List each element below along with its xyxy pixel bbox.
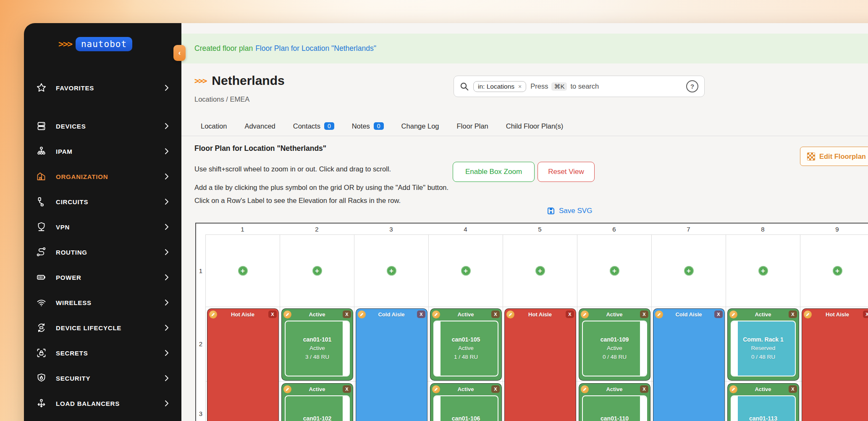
add-tile-button[interactable]: + (684, 266, 694, 276)
add-tile-button[interactable]: + (758, 266, 768, 276)
delete-tile-button[interactable]: X (566, 310, 574, 318)
sidebar-item-devices[interactable]: DEVICES (24, 113, 181, 139)
delete-tile-button[interactable]: X (343, 310, 351, 318)
banner-floorplan-link[interactable]: Floor Plan for Location "Netherlands" (255, 44, 376, 53)
delete-tile-button[interactable]: X (343, 385, 351, 393)
sidebar-item-secrets[interactable]: SECRETS (24, 340, 181, 366)
rack-utilization: 3 / 48 RU (303, 353, 332, 362)
add-tile-button[interactable]: + (312, 266, 322, 276)
rack-card[interactable]: can01-106Active (433, 395, 498, 421)
delete-tile-button[interactable]: X (789, 310, 797, 318)
sidebar-item-favorites[interactable]: FAVORITES (24, 75, 181, 100)
tile-rack-r2c4[interactable]: ActiveXcan01-105Active1 / 48 RU (430, 308, 502, 381)
edit-tile-icon[interactable] (581, 310, 589, 318)
tile-title: Hot Aisle (516, 311, 564, 318)
edit-tile-icon[interactable] (283, 385, 291, 393)
delete-tile-button[interactable]: X (491, 310, 500, 318)
help-icon[interactable]: ? (686, 80, 698, 92)
tile-rack-r2c6[interactable]: ActiveXcan01-109Active0 / 48 RU (579, 308, 650, 381)
chip-close-icon[interactable]: × (518, 83, 522, 90)
enable-box-zoom-button[interactable]: Enable Box Zoom (453, 162, 535, 182)
rack-orientation-stripe (732, 321, 738, 376)
sidebar-item-label: ROUTING (56, 249, 165, 256)
tile-rack-r3c6[interactable]: ActiveXcan01-110Active (579, 383, 650, 421)
add-tile-button[interactable]: + (833, 266, 842, 276)
delete-tile-button[interactable]: X (640, 385, 648, 393)
tile-aisle-r2c1[interactable]: Hot AisleX (207, 308, 279, 421)
tab-contacts[interactable]: Contacts0 (293, 122, 334, 130)
sidebar-item-vpn[interactable]: VPN (24, 214, 181, 239)
tile-rack-r3c2[interactable]: ActiveXcan01-102Active (281, 383, 353, 421)
tile-aisle-r2c5[interactable]: Hot AisleX (504, 308, 576, 421)
tab-child-floor-plan-s-[interactable]: Child Floor Plan(s) (506, 122, 564, 130)
sidebar-item-ipam[interactable]: IPAM (24, 139, 181, 164)
edit-tile-icon[interactable] (432, 385, 440, 393)
tile-rack-r3c8[interactable]: ActiveXcan01-113Active (727, 383, 799, 421)
tile-rack-r2c8[interactable]: ActiveXComm. Rack 1Reserved0 / 48 RU (727, 308, 799, 381)
rack-card[interactable]: can01-110Active (582, 395, 647, 421)
edit-tile-icon[interactable] (581, 385, 589, 393)
grid-row-label-1[interactable]: 1 (196, 266, 205, 275)
delete-tile-button[interactable]: X (789, 385, 797, 393)
tile-title: Active (293, 386, 341, 392)
tab-notes[interactable]: Notes0 (352, 122, 384, 130)
rack-card[interactable]: can01-102Active (285, 395, 350, 421)
breadcrumb[interactable]: Locations / EMEA (194, 95, 249, 103)
tile-aisle-r2c3[interactable]: Cold AisleX (356, 308, 427, 421)
edit-tile-icon[interactable] (729, 385, 737, 393)
edit-tile-icon[interactable] (358, 310, 366, 318)
search-scope-chip[interactable]: in: Locations × (473, 81, 526, 92)
tile-rack-r2c2[interactable]: ActiveXcan01-101Active3 / 48 RU (281, 308, 353, 381)
chevron-right-icon (165, 324, 169, 331)
rack-card[interactable]: can01-105Active1 / 48 RU (433, 321, 498, 376)
edit-tile-icon[interactable] (804, 310, 812, 318)
sidebar-item-load-balancers[interactable]: LOAD BALANCERS (24, 391, 181, 416)
delete-tile-button[interactable]: X (714, 310, 723, 318)
tab-location[interactable]: Location (201, 122, 227, 130)
add-tile-button[interactable]: + (461, 266, 471, 276)
rack-status: Active (452, 344, 480, 353)
delete-tile-button[interactable]: X (863, 310, 868, 318)
tile-aisle-r2c7[interactable]: Cold AisleX (653, 308, 725, 421)
delete-tile-button[interactable]: X (268, 310, 277, 318)
delete-tile-button[interactable]: X (640, 310, 648, 318)
nautobot-logo[interactable]: >>> nautobot (58, 36, 181, 53)
sidebar-item-organization[interactable]: ORGANIZATION (24, 164, 181, 189)
edit-tile-icon[interactable] (506, 310, 514, 318)
grid-row-label-3[interactable]: 3 (196, 409, 205, 418)
search-input[interactable]: in: Locations × Press ⌘K to search ? (454, 76, 705, 97)
edit-tile-icon[interactable] (729, 310, 737, 318)
rack-card[interactable]: can01-109Active0 / 48 RU (582, 321, 647, 376)
tab-advanced[interactable]: Advanced (244, 122, 275, 130)
edit-tile-icon[interactable] (432, 310, 440, 318)
delete-tile-button[interactable]: X (491, 385, 500, 393)
tile-aisle-r2c9[interactable]: Hot AisleX (802, 308, 868, 421)
edit-tile-icon[interactable] (655, 310, 663, 318)
rack-card[interactable]: Comm. Rack 1Reserved0 / 48 RU (731, 321, 796, 376)
edit-tile-icon[interactable] (209, 310, 217, 318)
sidebar-item-wireless[interactable]: WIRELESS (24, 290, 181, 315)
rack-card[interactable]: can01-113Active (731, 395, 796, 421)
sidebar-item-device-lifecycle[interactable]: DEVICE LIFECYCLE (24, 315, 181, 340)
tile-rack-r3c4[interactable]: ActiveXcan01-106Active (430, 383, 502, 421)
add-tile-button[interactable]: + (387, 266, 396, 276)
tab-floor-plan[interactable]: Floor Plan (457, 122, 488, 130)
delete-tile-button[interactable]: X (417, 310, 425, 318)
add-tile-button[interactable]: + (610, 266, 619, 276)
grid-row-label-2[interactable]: 2 (196, 339, 205, 348)
floorplan-grid[interactable]: 123456789123+++++++++Hot AisleXActiveXca… (195, 223, 868, 421)
sidebar-item-routing[interactable]: ROUTING (24, 239, 181, 265)
add-tile-button[interactable]: + (238, 266, 248, 276)
save-svg-link[interactable]: Save SVG (547, 207, 592, 215)
sidebar-item-security[interactable]: SECURITY (24, 366, 181, 391)
edit-tile-icon[interactable] (283, 310, 291, 318)
sidebar-item-power[interactable]: POWER (24, 265, 181, 290)
press-label: Press (530, 82, 548, 90)
add-tile-button[interactable]: + (535, 266, 545, 276)
tab-change-log[interactable]: Change Log (401, 122, 439, 130)
edit-floorplan-button[interactable]: Edit Floorplan (800, 147, 868, 166)
sidebar-item-circuits[interactable]: CIRCUITS (24, 189, 181, 214)
reset-view-button[interactable]: Reset View (538, 162, 595, 182)
sidebar-collapse-button[interactable]: ‹ (173, 45, 186, 61)
rack-card[interactable]: can01-101Active3 / 48 RU (285, 321, 350, 376)
